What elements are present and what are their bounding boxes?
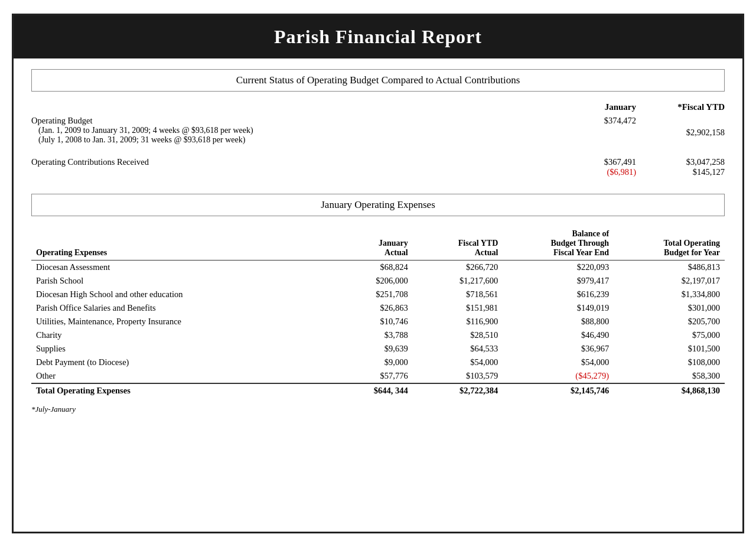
total-label: Total Operating Expenses <box>31 383 322 398</box>
expense-balance: $54,000 <box>503 356 614 369</box>
expense-ytd: $151,981 <box>413 301 503 315</box>
total-january_actual: $644, 344 <box>322 383 413 398</box>
table-row: Debt Payment (to Diocese)$9,000$54,000$5… <box>31 356 725 369</box>
operating-budget-january-value: $374,472 <box>571 116 636 126</box>
expense-january: $9,000 <box>322 356 413 369</box>
operating-budget-row: Operating Budget (Jan. 1, 2009 to Januar… <box>31 116 725 145</box>
expense-ytd: $28,510 <box>413 328 503 342</box>
operating-budget-main-label: Operating Budget <box>31 116 571 126</box>
report-title: Parish Financial Report <box>25 26 731 48</box>
expense-total: $486,813 <box>614 261 725 275</box>
total-fiscal_ytd: $2,722,384 <box>413 383 503 398</box>
table-row: Charity$3,788$28,510$46,490$75,000 <box>31 328 725 342</box>
expense-balance: ($45,279) <box>503 369 614 383</box>
expense-total: $1,334,800 <box>614 288 725 301</box>
expense-january: $10,746 <box>322 315 413 328</box>
expense-january: $68,824 <box>322 261 413 275</box>
contributions-label: Operating Contributions Received <box>31 157 571 177</box>
expense-label: Utilities, Maintenance, Property Insuran… <box>31 315 322 328</box>
expense-balance: $979,417 <box>503 274 614 288</box>
expense-january: $206,000 <box>322 274 413 288</box>
table-row: Diocesan High School and other education… <box>31 288 725 301</box>
table-row: Parish School$206,000$1,217,600$979,417$… <box>31 274 725 288</box>
expense-balance: $616,239 <box>503 288 614 301</box>
total-row: Total Operating Expenses$644, 344$2,722,… <box>31 383 725 398</box>
table-row: Diocesan Assessment$68,824$266,720$220,0… <box>31 261 725 275</box>
expense-label: Diocesan High School and other education <box>31 288 322 301</box>
col-header-operating-expenses: Operating Expenses <box>31 227 322 261</box>
expense-label: Diocesan Assessment <box>31 261 322 275</box>
expense-label: Parish Office Salaries and Benefits <box>31 301 322 315</box>
col-header-balance: Balance ofBudget ThroughFiscal Year End <box>503 227 614 261</box>
col-header-january: January <box>571 102 648 112</box>
contributions-january-value: $367,491 <box>571 157 636 167</box>
expense-ytd: $116,900 <box>413 315 503 328</box>
expense-label: Debt Payment (to Diocese) <box>31 356 322 369</box>
expense-january: $9,639 <box>322 342 413 356</box>
expense-total: $205,700 <box>614 315 725 328</box>
operating-budget-sub-label-1: (Jan. 1, 2009 to January 31, 2009; 4 wee… <box>31 126 571 135</box>
expense-total: $75,000 <box>614 328 725 342</box>
report-header: Parish Financial Report <box>14 15 742 58</box>
contributions-ytd-diff-value: $145,127 <box>648 167 725 177</box>
report-body: Current Status of Operating Budget Compa… <box>14 58 742 426</box>
expense-ytd: $718,561 <box>413 288 503 301</box>
report-container: Parish Financial Report Current Status o… <box>12 14 744 533</box>
expense-ytd: $1,217,600 <box>413 274 503 288</box>
expense-january: $251,708 <box>322 288 413 301</box>
expense-total: $101,500 <box>614 342 725 356</box>
expense-label: Other <box>31 369 322 383</box>
footnote: *July-January <box>31 405 725 414</box>
expense-balance: $36,967 <box>503 342 614 356</box>
expense-total: $58,300 <box>614 369 725 383</box>
table-row: Utilities, Maintenance, Property Insuran… <box>31 315 725 328</box>
operating-budget-label: Operating Budget (Jan. 1, 2009 to Januar… <box>31 116 571 145</box>
col-header-ytd: *Fiscal YTD <box>648 102 725 112</box>
contributions-row: Operating Contributions Received $367,49… <box>31 157 725 177</box>
expense-balance: $220,093 <box>503 261 614 275</box>
expense-label: Charity <box>31 328 322 342</box>
expense-total: $301,000 <box>614 301 725 315</box>
expense-balance: $149,019 <box>503 301 614 315</box>
expense-label: Parish School <box>31 274 322 288</box>
expenses-section: January Operating Expenses Operating Exp… <box>31 194 725 414</box>
operating-budget-section: Current Status of Operating Budget Compa… <box>31 69 725 177</box>
operating-budget-title: Current Status of Operating Budget Compa… <box>31 69 725 92</box>
total-total: $4,868,130 <box>614 383 725 398</box>
table-row: Other$57,776$103,579($45,279)$58,300 <box>31 369 725 383</box>
operating-budget-sub-label-2: (July 1, 2008 to Jan. 31, 2009; 31 weeks… <box>31 135 571 145</box>
table-row: Supplies$9,639$64,533$36,967$101,500 <box>31 342 725 356</box>
expense-ytd: $54,000 <box>413 356 503 369</box>
expenses-table: Operating Expenses JanuaryActual Fiscal … <box>31 227 725 398</box>
total-balance: $2,145,746 <box>503 383 614 398</box>
expense-total: $108,000 <box>614 356 725 369</box>
expense-ytd: $266,720 <box>413 261 503 275</box>
table-row: Parish Office Salaries and Benefits$26,8… <box>31 301 725 315</box>
col-header-total-budget: Total OperatingBudget for Year <box>614 227 725 261</box>
expense-january: $26,863 <box>322 301 413 315</box>
contributions-ytd-value: $3,047,258 <box>648 157 725 167</box>
col-header-fiscal-ytd: Fiscal YTDActual <box>413 227 503 261</box>
expenses-title: January Operating Expenses <box>31 194 725 216</box>
expense-ytd: $64,533 <box>413 342 503 356</box>
expense-january: $3,788 <box>322 328 413 342</box>
expense-total: $2,197,017 <box>614 274 725 288</box>
col-header-jan-actual: JanuaryActual <box>322 227 413 261</box>
expense-ytd: $103,579 <box>413 369 503 383</box>
expense-label: Supplies <box>31 342 322 356</box>
expenses-header-row: Operating Expenses JanuaryActual Fiscal … <box>31 227 725 261</box>
expense-january: $57,776 <box>322 369 413 383</box>
contributions-diff-value: ($6,981) <box>571 167 636 177</box>
expense-balance: $88,800 <box>503 315 614 328</box>
expense-balance: $46,490 <box>503 328 614 342</box>
operating-budget-ytd-value: $2,902,158 <box>648 128 725 138</box>
